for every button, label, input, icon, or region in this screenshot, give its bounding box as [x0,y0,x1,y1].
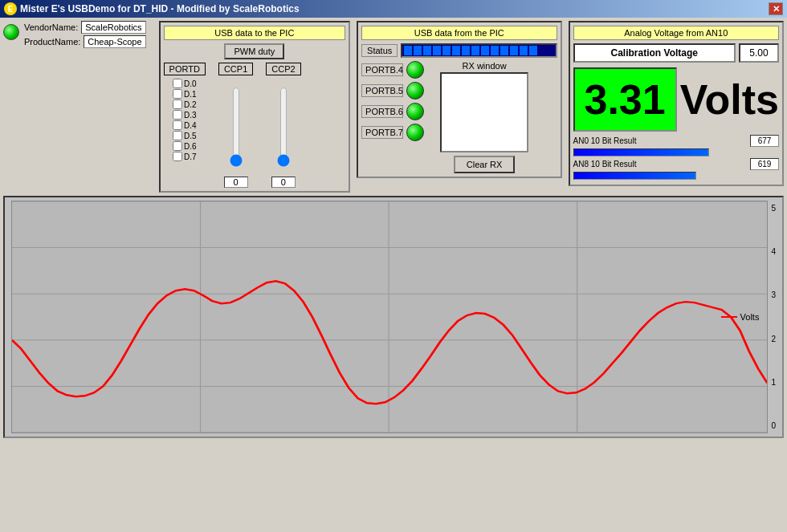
legend-label: Volts [740,312,760,322]
an0-value: 677 [750,135,779,147]
portd-pin-d7: D.7 [173,152,197,161]
portd-pin-d3: D.3 [173,110,197,120]
analog-panel: Analog Voltage from AN10 Calibration Vol… [569,21,785,186]
an0-label: AN0 10 Bit Result [573,136,748,145]
portd-pin-d6: D.6 [173,141,197,151]
progress-segment [414,46,422,55]
product-name-value: Cheap-Scope [84,35,145,48]
y-axis-label: 4 [771,247,776,256]
portb5-led [406,82,424,99]
vendor-name-value: ScaleRobotics [81,21,145,34]
rx-textarea[interactable] [440,72,528,152]
window-title: Mister E's USBDemo for DT_HID - Modified… [20,3,300,14]
portb6-led [406,103,424,120]
analog-header: Analog Voltage from AN10 [573,26,780,40]
portb6-label: PORTB.6 [361,105,403,118]
status-label: Status [361,44,398,57]
progress-segment [491,46,499,55]
progress-segment [433,46,441,55]
usb-to-pic-panel: USB data to the PIC PWM duty PORTD D.0D.… [159,21,351,193]
an8-progress-bar [573,172,697,180]
portb4-led [406,61,424,79]
progress-segment [442,46,451,55]
progress-segment [500,46,508,55]
an8-value: 619 [750,158,779,170]
portb7-label: PORTB.7 [361,126,403,139]
ccp1-slider[interactable] [228,87,244,167]
an0-progress-bar [573,148,709,156]
progress-segment [404,46,412,55]
pwm-label: PWM duty [224,43,284,59]
calib-label: Calibration Voltage [573,43,736,63]
y-axis-label: 5 [771,204,776,213]
progress-segment [462,46,470,55]
progress-segment [520,46,528,55]
usb-to-pic-header: USB data to the PIC [164,26,346,40]
y-axis-label: 0 [771,421,776,430]
y-axis-label: 2 [771,335,776,343]
ccp2-value: 0 [271,177,296,188]
clear-rx-button[interactable]: Clear RX [454,156,516,173]
rx-window-label: RX window [463,61,507,71]
title-bar: E Mister E's USBDemo for DT_HID - Modifi… [0,0,787,18]
usb-from-pic-header: USB data from the PIC [361,26,557,40]
y-axis-label: 3 [771,290,776,299]
portd-label: PORTD [164,63,206,75]
chart-legend: Volts [721,312,760,322]
status-progress-bar [401,43,557,58]
portd-pin-d5: D.5 [173,131,197,140]
progress-segment [481,46,489,55]
portb4-label: PORTB.4 [361,63,403,76]
ccp1-value: 0 [224,177,248,188]
voltage-waveform [12,281,767,404]
volts-label: Volts [680,75,779,124]
progress-segment [529,46,537,55]
portd-pin-d0: D.0 [173,79,197,88]
an8-label: AN8 10 Bit Result [573,160,748,169]
close-button[interactable]: ✕ [769,2,783,15]
legend-line-icon [721,316,737,318]
progress-segment [423,46,431,55]
progress-segment [452,46,460,55]
y-axis-label: 1 [771,378,776,387]
vendor-name-label: VendorName: [24,22,78,32]
ccp2-label: CCP2 [266,63,300,75]
progress-segment [510,46,518,55]
chart-svg [12,201,767,433]
portb5-label: PORTB.5 [361,84,403,97]
ccp1-label: CCP1 [218,63,253,75]
chart-area: Volts 543210 [3,196,784,438]
window-icon: E [4,2,17,15]
portd-pin-d1: D.1 [173,89,197,99]
portd-pin-d4: D.4 [173,120,197,130]
voltage-display: 3.31 [573,67,677,132]
status-led [3,24,19,40]
ccp2-slider[interactable] [275,87,292,167]
portb7-led [406,124,424,141]
progress-segment [471,46,479,55]
portd-pin-d2: D.2 [173,99,197,109]
usb-from-pic-panel: USB data from the PIC Status PORTB.4 POR… [357,21,561,178]
calib-value: 5.00 [739,43,779,63]
product-name-label: ProductName: [24,37,80,47]
